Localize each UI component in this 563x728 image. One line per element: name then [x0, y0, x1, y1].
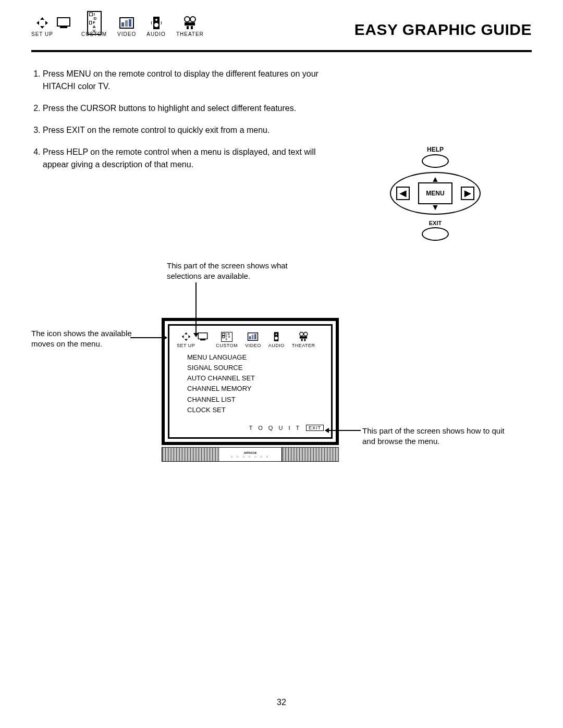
instruction-item: Press HELP on the remote control when a … [43, 146, 335, 171]
tv-tab-setup: SET UP [177, 331, 195, 348]
svg-point-29 [276, 334, 277, 335]
page-number: 32 [0, 698, 563, 707]
arrow-up-icon: ▲ [431, 175, 439, 183]
svg-rect-34 [301, 339, 303, 341]
bars-icon [119, 16, 134, 30]
tv-icon [197, 331, 209, 342]
tv-tab-custom: I D F A V CUSTOM [216, 331, 238, 348]
arrow-down-icon: ▼ [431, 203, 439, 212]
svg-rect-23 [200, 339, 205, 340]
brand-label: HITACHI [244, 451, 256, 454]
tab-video: VIDEO [117, 16, 136, 37]
bars-icon [247, 331, 259, 342]
instruction-list: Press MENU on the remote control to disp… [31, 68, 335, 171]
instruction-item: Press MENU on the remote control to disp… [43, 68, 335, 93]
svg-marker-18 [185, 332, 188, 335]
tab-setup: SET UP [31, 16, 53, 37]
svg-marker-21 [188, 335, 190, 338]
tab-custom: I D F A V CUSTOM [81, 16, 107, 37]
svg-marker-0 [40, 17, 44, 20]
header: SET UP . I D F A V CUSTO [31, 16, 532, 47]
tv-tab-theater: THEATER [292, 331, 315, 348]
callout-top: This part of the screen shows what selec… [167, 261, 323, 282]
svg-rect-26 [252, 335, 254, 339]
speaker-icon [149, 16, 164, 30]
idfav-icon: I D F A V [221, 331, 232, 342]
svg-marker-2 [36, 21, 39, 25]
tv-tab-label: CUSTOM [216, 343, 238, 348]
tv-menu-item: CLOCK SET [187, 405, 326, 415]
svg-marker-3 [45, 21, 48, 25]
speaker-grill-icon [162, 447, 219, 462]
tv-menu-item: CHANNEL MEMORY [187, 384, 326, 394]
tv-tab-label: SET UP [177, 343, 195, 348]
tv-mock: SET UP . I D F A [162, 318, 339, 462]
svg-point-31 [300, 332, 303, 336]
svg-point-32 [304, 332, 308, 336]
svg-marker-20 [181, 335, 183, 338]
tab-theater: THEATER [176, 16, 204, 37]
projector-icon [182, 16, 197, 30]
idfav-icon: I D F A V [87, 16, 102, 30]
tv-menu-item: MENU LANGUAGE [187, 352, 326, 363]
tv-icon [56, 16, 71, 30]
header-rule [31, 50, 532, 52]
remote-control-diagram: HELP ▲ ▼ ◀ ▶ MENU EXIT [388, 146, 482, 245]
tab-label: SET UP [31, 31, 53, 37]
arrow-right-icon: ▶ [461, 187, 474, 200]
svg-point-12 [154, 23, 158, 27]
tv-menu-item: CHANNEL LIST [187, 394, 326, 405]
svg-rect-5 [60, 27, 67, 28]
svg-rect-27 [254, 334, 256, 339]
nav-arrows-icon [35, 16, 50, 30]
svg-rect-35 [304, 339, 306, 341]
tv-tab-audio: AUDIO [268, 331, 285, 348]
projector-icon [298, 331, 309, 342]
svg-marker-1 [40, 26, 44, 29]
svg-point-14 [190, 17, 195, 22]
svg-rect-7 [121, 22, 124, 27]
tv-quit-hint: T O Q U I T EXIT [175, 425, 326, 431]
tv-tab-label: VIDEO [245, 343, 261, 348]
svg-rect-25 [249, 336, 251, 339]
tv-tab-label: AUDIO [268, 343, 285, 348]
tab-setup-tv: . [56, 16, 71, 37]
speaker-grill-icon [282, 447, 339, 462]
tv-base: HITACHI ○ ○ ○ ○ ○ ○ ○ [162, 447, 339, 462]
instruction-item: Press EXIT on the remote control to quic… [43, 124, 335, 137]
instruction-item: Press the CURSOR buttons to highlight an… [43, 102, 335, 115]
exit-label: EXIT [388, 220, 482, 226]
menu-button: MENU [418, 182, 452, 204]
cursor-pad-icon: ▲ ▼ ◀ ▶ MENU [390, 172, 481, 215]
tv-diagram: This part of the screen shows what selec… [31, 261, 532, 485]
svg-point-13 [185, 17, 190, 22]
svg-rect-9 [129, 19, 131, 27]
callout-right: This part of the screen shows how to qui… [362, 426, 519, 447]
tab-label: THEATER [176, 31, 204, 37]
button-row-icon: ○ ○ ○ ○ ○ ○ ○ [231, 455, 270, 458]
quit-label: T O Q U I T [249, 425, 301, 431]
exit-chip: EXIT [306, 425, 324, 431]
help-button-icon [422, 154, 449, 168]
tab-audio: AUDIO [146, 16, 166, 37]
exit-button-icon [422, 227, 449, 241]
svg-rect-4 [57, 18, 70, 26]
svg-rect-15 [185, 22, 195, 26]
svg-rect-22 [199, 333, 207, 339]
callout-left: The icon shows the available moves on th… [31, 328, 146, 350]
arrow-left-icon: ◀ [396, 187, 410, 200]
page-title: EASY GRAPHIC GUIDE [354, 21, 532, 39]
tv-brand-panel: HITACHI ○ ○ ○ ○ ○ ○ ○ [219, 447, 282, 462]
tab-label: VIDEO [117, 31, 136, 37]
tv-menu-item: AUTO CHANNEL SET [187, 373, 326, 384]
help-label: HELP [388, 146, 482, 153]
svg-rect-17 [191, 26, 193, 29]
tv-menu-list: MENU LANGUAGE SIGNAL SOURCE AUTO CHANNEL… [187, 352, 326, 415]
tv-tabs: SET UP . I D F A [177, 331, 326, 348]
tv-tab-label: THEATER [292, 343, 315, 348]
tv-tab-video: VIDEO [245, 331, 261, 348]
svg-rect-8 [125, 20, 128, 27]
svg-marker-19 [185, 339, 188, 341]
tv-tab-setup-tv: . [197, 331, 209, 348]
speaker-icon [271, 331, 282, 342]
